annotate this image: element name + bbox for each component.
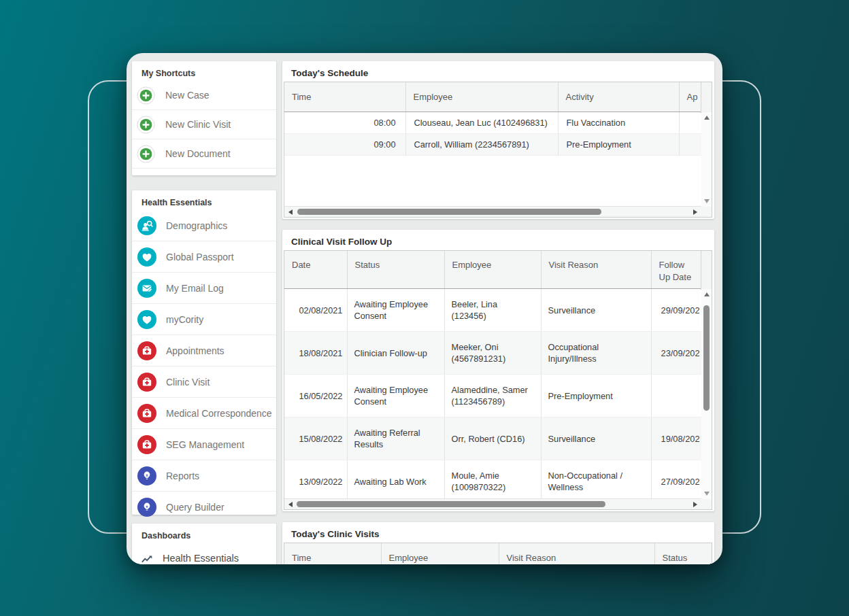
- scroll-right-arrow-icon[interactable]: [693, 502, 697, 507]
- sidebar-item-new-case[interactable]: New Case: [132, 81, 276, 109]
- sidebar-item-demographics[interactable]: Demographics: [132, 210, 276, 241]
- sidebar-item-new-clinic-visit[interactable]: New Clinic Visit: [132, 109, 276, 139]
- column-header-ap[interactable]: Ap: [679, 82, 701, 112]
- cell-blank: [679, 134, 701, 156]
- medical-bag-icon: [137, 435, 156, 454]
- sidebar-item-medical-correspondence[interactable]: Medical Correspondence: [132, 397, 276, 428]
- cell-date: 18/08/2021: [284, 332, 347, 375]
- column-header-status[interactable]: Status: [347, 251, 444, 289]
- todays-clinic-visits-table-frame: TimeEmployeeVisit ReasonStatus: [284, 543, 712, 564]
- sidebar-item-label: Medical Correspondence: [166, 408, 272, 419]
- dashboards-list: Health Essentials: [132, 543, 276, 564]
- sidebar-item-mycority[interactable]: myCority: [132, 303, 276, 335]
- column-header-time[interactable]: Time: [284, 82, 405, 112]
- sidebar-item-label: Query Builder: [166, 502, 224, 513]
- horizontal-scroll-thumb[interactable]: [297, 209, 601, 215]
- sidebar-item-label: Reports: [166, 470, 199, 481]
- clinical-visit-follow-up-table-frame: DateStatusEmployeeVisit ReasonFollow Up …: [284, 250, 712, 510]
- cell-status: Awaiting Lab Work: [347, 460, 444, 500]
- heart-icon: [137, 247, 156, 267]
- scroll-right-arrow-icon[interactable]: [693, 209, 697, 215]
- column-header-employee[interactable]: Employee: [381, 543, 499, 564]
- table-row[interactable]: 18/08/2021Clinician Follow-upMeeker, Oni…: [284, 332, 701, 375]
- scroll-up-arrow-icon[interactable]: [704, 116, 710, 120]
- scroll-up-arrow-icon[interactable]: [704, 292, 710, 296]
- horizontal-scrollbar[interactable]: [284, 206, 701, 217]
- cell-status: Clinician Follow-up: [347, 332, 444, 375]
- email-edit-icon: [137, 279, 156, 298]
- sidebar-item-appointments[interactable]: Appointments: [132, 335, 276, 366]
- column-header-visit-reason[interactable]: Visit Reason: [541, 251, 651, 289]
- cell-employee: Carroll, William (2234567891): [405, 134, 558, 156]
- column-header-employee[interactable]: Employee: [405, 82, 558, 112]
- sidebar-item-label: Appointments: [166, 345, 224, 356]
- sidebar-item-my-email-log[interactable]: My Email Log: [132, 272, 276, 303]
- health-essentials-list: DemographicsGlobal PassportMy Email Logm…: [132, 210, 276, 522]
- cell-employee: Moule, Amie (1009870322): [444, 460, 541, 500]
- scrollbar-corner: [701, 251, 712, 290]
- horizontal-scrollbar[interactable]: [284, 498, 701, 509]
- shortcuts-title: My Shortcuts: [132, 61, 276, 81]
- column-header-activity[interactable]: Activity: [558, 82, 679, 112]
- sidebar-item-clinic-visit[interactable]: Clinic Visit: [132, 366, 276, 397]
- scrollbar-corner: [701, 207, 712, 217]
- cell-activity: Flu Vaccination: [558, 112, 679, 134]
- cell-follow-up: 19/08/202: [651, 417, 701, 460]
- sidebar-item-query-builder[interactable]: Query Builder: [132, 491, 276, 522]
- cell-employee: Orr, Robert (CD16): [444, 417, 541, 460]
- table-row[interactable]: 08:00Clouseau, Jean Luc (4102496831)Flu …: [284, 112, 701, 134]
- sidebar-item-health-essentials[interactable]: Health Essentials: [132, 543, 276, 564]
- health-essentials-panel: Health Essentials DemographicsGlobal Pas…: [132, 190, 276, 515]
- scroll-down-arrow-icon[interactable]: [704, 492, 710, 496]
- table-row[interactable]: 16/05/2022Awaiting Employee ConsentAlame…: [284, 375, 701, 417]
- panel-footer-strip: [132, 168, 276, 177]
- column-header-follow-up-date[interactable]: Follow Up Date: [651, 251, 701, 289]
- table-row[interactable]: 02/08/2021Awaiting Employee ConsentBeele…: [284, 289, 701, 332]
- column-header-time[interactable]: Time: [284, 543, 381, 564]
- vertical-scroll-thumb[interactable]: [703, 305, 710, 411]
- cell-visit-reason: Pre-Employment: [541, 375, 651, 417]
- sidebar-item-reports[interactable]: Reports: [132, 460, 276, 491]
- scrollbar-corner: [701, 499, 712, 509]
- vertical-scrollbar[interactable]: [701, 289, 712, 499]
- column-header-visit-reason[interactable]: Visit Reason: [499, 543, 654, 564]
- table-row[interactable]: 13/09/2022Awaiting Lab WorkMoule, Amie (…: [284, 460, 701, 500]
- scroll-left-arrow-icon[interactable]: [288, 209, 293, 215]
- header-row: TimeEmployeeActivityAp: [284, 82, 701, 112]
- column-header-status[interactable]: Status: [654, 543, 712, 564]
- column-header-date[interactable]: Date: [284, 251, 347, 289]
- cell-date: 16/05/2022: [284, 375, 347, 417]
- table-row[interactable]: 15/08/2022Awaiting Referral ResultsOrr, …: [284, 417, 701, 460]
- data-grid: DateStatusEmployeeVisit ReasonFollow Up …: [284, 251, 701, 499]
- vertical-scrollbar[interactable]: [701, 112, 712, 207]
- dashboards-title: Dashboards: [132, 524, 276, 543]
- cell-employee: Beeler, Lina (123456): [444, 289, 541, 332]
- plus-circle-icon: [137, 116, 155, 134]
- cell-status: Awaiting Employee Consent: [347, 289, 444, 332]
- cell-time: 08:00: [284, 112, 405, 134]
- todays-schedule-table-frame: TimeEmployeeActivityAp08:00Clouseau, Jea…: [284, 82, 712, 218]
- clinical-visit-follow-up-panel: Clinical Visit Follow Up DateStatusEmplo…: [282, 230, 714, 511]
- dashboards-panel: Dashboards Health Essentials: [132, 524, 276, 564]
- sidebar-item-seg-management[interactable]: SEG Management: [132, 428, 276, 460]
- data-grid: TimeEmployeeVisit ReasonStatus: [284, 543, 712, 564]
- medical-bag-icon: [137, 404, 156, 423]
- column-header-employee[interactable]: Employee: [444, 251, 541, 289]
- cell-date: 15/08/2022: [284, 417, 347, 460]
- scroll-left-arrow-icon[interactable]: [288, 502, 293, 507]
- medical-bag-icon: [137, 341, 156, 360]
- trending-chart-icon: [141, 552, 154, 565]
- cell-status: Awaiting Employee Consent: [347, 375, 444, 417]
- scroll-down-arrow-icon[interactable]: [704, 199, 710, 203]
- cell-follow-up: 23/09/202: [651, 332, 701, 375]
- sidebar-item-new-document[interactable]: New Document: [132, 139, 276, 168]
- heart-icon: [137, 310, 156, 329]
- lightbulb-icon: [137, 466, 156, 485]
- sidebar-item-global-passport[interactable]: Global Passport: [132, 241, 276, 272]
- sidebar-item-label: Health Essentials: [163, 553, 239, 564]
- horizontal-scroll-thumb[interactable]: [297, 501, 605, 507]
- table-row[interactable]: 09:00Carroll, William (2234567891)Pre-Em…: [284, 134, 701, 156]
- scrollbar-corner: [701, 82, 712, 113]
- sidebar-item-label: SEG Management: [166, 439, 244, 450]
- header-row: DateStatusEmployeeVisit ReasonFollow Up …: [284, 251, 701, 289]
